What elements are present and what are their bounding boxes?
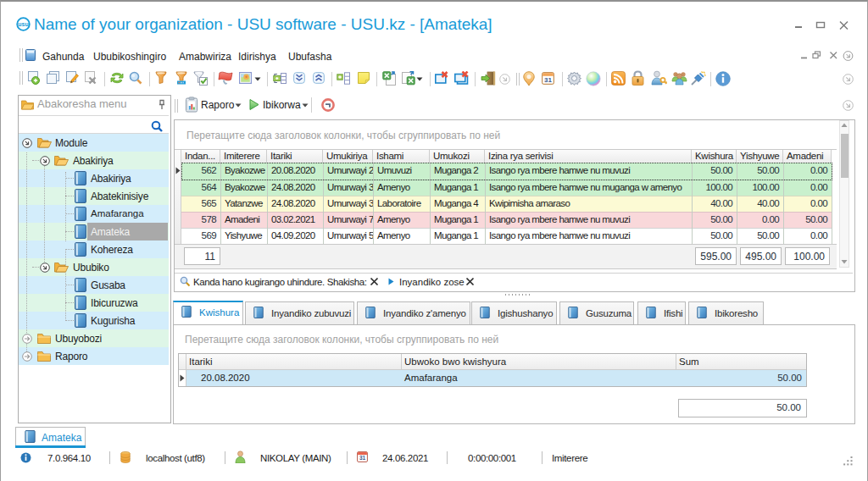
svg-text:31: 31 bbox=[359, 455, 366, 461]
svg-text:31: 31 bbox=[544, 76, 552, 84]
svg-text:usu: usu bbox=[18, 21, 28, 27]
